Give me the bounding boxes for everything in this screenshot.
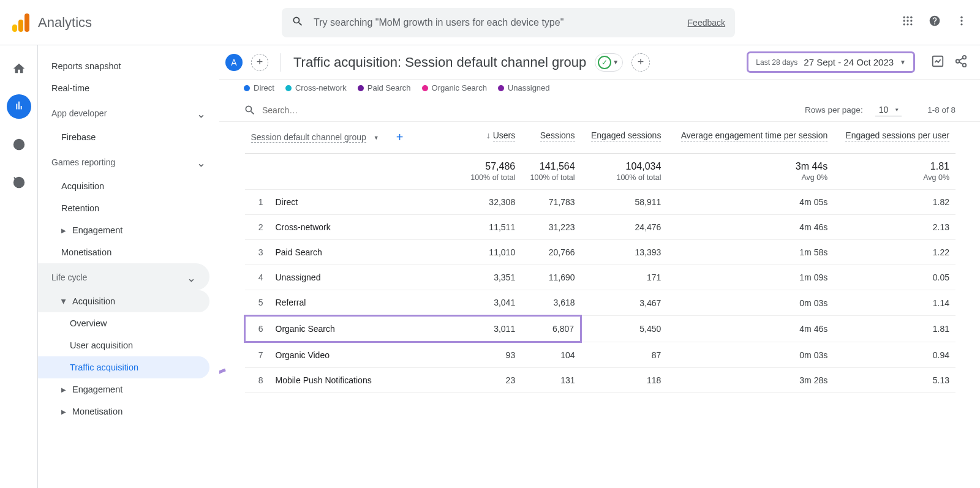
row-sessions: 20,766	[521, 240, 581, 265]
separator	[281, 53, 281, 72]
table-search-input[interactable]	[262, 105, 369, 115]
rail-reports[interactable]	[7, 94, 31, 119]
help-icon[interactable]	[929, 15, 941, 31]
legend-item[interactable]: Cross-network	[285, 83, 347, 92]
legend-item[interactable]: Direct	[244, 83, 274, 92]
svg-point-18	[963, 64, 967, 67]
sidebar-games-monetisation[interactable]: Monetisation	[38, 241, 219, 263]
svg-point-14	[17, 181, 21, 184]
row-eng-per-user: 1.82	[834, 190, 956, 215]
col-users[interactable]: ↓Users	[462, 122, 521, 154]
more-icon[interactable]	[956, 15, 968, 31]
legend-label: Cross-network	[295, 83, 347, 92]
svg-point-9	[960, 16, 962, 18]
svg-point-7	[907, 23, 908, 25]
svg-point-2	[910, 16, 912, 18]
sidebar-lifecycle-acquisition[interactable]: ▶Acquisition	[38, 290, 209, 312]
table-row[interactable]: 4Unassigned3,35111,6901711m 09s0.05	[245, 265, 956, 290]
sidebar-lifecycle-monetisation[interactable]: ▶Monetisation	[38, 400, 219, 422]
legend-label: Paid Search	[368, 83, 411, 92]
row-name: Organic Search	[270, 316, 462, 342]
search-input[interactable]	[314, 17, 678, 28]
table-row[interactable]: 8Mobile Push Notifications231311183m 28s…	[245, 368, 956, 393]
sidebar-acq-traffic-acquisition[interactable]: Traffic acquisition	[38, 356, 209, 378]
row-index: 6	[245, 316, 270, 342]
legend-item[interactable]: Organic Search	[422, 83, 487, 92]
analytics-logo-icon	[12, 13, 31, 32]
chevron-up-icon: ⌃	[187, 271, 196, 284]
topbar: Analytics Feedback	[0, 0, 980, 45]
apps-icon[interactable]	[902, 15, 914, 31]
sidebar-games-retention[interactable]: Retention	[38, 197, 219, 219]
legend-label: Unassigned	[508, 83, 550, 92]
row-sessions: 71,783	[521, 190, 581, 215]
legend-dot-icon	[285, 85, 292, 91]
sidebar-header-games[interactable]: Games reporting ⌃	[38, 148, 219, 175]
row-name: Direct	[270, 190, 462, 215]
report-content: A + Traffic acquisition: Session default…	[219, 45, 980, 488]
row-eng-per-user: 2.13	[834, 215, 956, 240]
legend-item[interactable]: Paid Search	[358, 83, 411, 92]
sidebar-games-engagement[interactable]: ▶Engagement	[38, 219, 219, 241]
rows-per-page-select[interactable]: 10	[875, 103, 902, 116]
sidebar-header-lifecycle[interactable]: Life cycle ⌃	[38, 263, 209, 290]
add-segment-button[interactable]: +	[251, 54, 268, 71]
row-engaged: 3,467	[581, 290, 668, 316]
row-eng-per-user: 0.94	[834, 342, 956, 368]
row-avg-time: 4m 46s	[667, 215, 834, 240]
sidebar-realtime[interactable]: Real-time	[38, 77, 219, 99]
sidebar-firebase[interactable]: Firebase	[38, 126, 219, 148]
dimension-header[interactable]: Session default channel group ▼ +	[245, 122, 462, 154]
sidebar-reports-snapshot[interactable]: Reports snapshot	[38, 55, 219, 77]
table-row[interactable]: 3Paid Search11,01020,76613,3931m 58s1.22	[245, 240, 956, 265]
row-eng-per-user: 1.22	[834, 240, 956, 265]
table-row[interactable]: 5Referral3,0413,6183,4670m 03s1.14	[245, 290, 956, 316]
svg-point-1	[907, 16, 908, 18]
table-row[interactable]: 1Direct32,30871,78358,9114m 05s1.82	[245, 190, 956, 215]
legend-item[interactable]: Unassigned	[498, 83, 550, 92]
report-header: A + Traffic acquisition: Session default…	[219, 45, 980, 80]
date-range-picker[interactable]: Last 28 days 27 Sept - 24 Oct 2023 ▼	[747, 51, 915, 73]
col-avg-engagement[interactable]: Average engagement time per session	[667, 122, 834, 154]
feedback-link[interactable]: Feedback	[688, 18, 725, 28]
table-search[interactable]	[244, 104, 797, 116]
table-row[interactable]: 7Organic Video93104870m 03s0.94	[245, 342, 956, 368]
top-icons	[902, 15, 968, 31]
table-row[interactable]: 6Organic Search3,0116,8075,4504m 46s1.81	[245, 316, 956, 342]
svg-point-8	[910, 23, 912, 25]
legend-dot-icon	[244, 85, 250, 91]
rail-explore[interactable]	[7, 132, 31, 157]
row-engaged: 58,911	[581, 190, 668, 215]
add-comparison-button[interactable]: +	[631, 53, 650, 72]
row-avg-time: 4m 05s	[667, 190, 834, 215]
caret-down-icon: ▼	[612, 59, 619, 66]
add-dimension-button[interactable]: +	[396, 130, 404, 145]
svg-point-6	[903, 23, 905, 25]
sidebar-lifecycle-engagement[interactable]: ▶Engagement	[38, 378, 219, 400]
segment-chip[interactable]: A	[225, 54, 243, 71]
sidebar-acq-overview[interactable]: Overview	[38, 312, 219, 334]
col-engaged-per-user[interactable]: Engaged sessions per user	[834, 122, 956, 154]
sidebar-acq-user-acquisition[interactable]: User acquisition	[38, 334, 219, 356]
sidebar-games-acquisition[interactable]: Acquisition	[38, 175, 219, 197]
row-index: 7	[245, 342, 270, 368]
chevron-up-icon: ⌃	[197, 156, 206, 169]
row-avg-time: 0m 03s	[667, 290, 834, 316]
search-icon	[292, 15, 304, 29]
rail-advertising[interactable]	[7, 170, 31, 195]
app-logo[interactable]: Analytics	[12, 13, 92, 32]
search-bar[interactable]: Feedback	[282, 8, 735, 37]
row-eng-per-user: 0.05	[834, 265, 956, 290]
sidebar-header-appdev[interactable]: App developer ⌃	[38, 99, 219, 126]
col-engaged-sessions[interactable]: Engaged sessions	[581, 122, 668, 154]
row-engaged: 87	[581, 342, 668, 368]
status-chip[interactable]: ✓ ▼	[595, 53, 623, 72]
customize-report-icon[interactable]	[931, 54, 944, 70]
table-row[interactable]: 2Cross-network11,51131,22324,4764m 46s2.…	[245, 215, 956, 240]
col-sessions[interactable]: Sessions	[521, 122, 581, 154]
row-index: 4	[245, 265, 270, 290]
rail-home[interactable]	[7, 56, 31, 81]
share-icon[interactable]	[954, 54, 968, 70]
row-avg-time: 1m 58s	[667, 240, 834, 265]
row-eng-per-user: 5.13	[834, 368, 956, 393]
